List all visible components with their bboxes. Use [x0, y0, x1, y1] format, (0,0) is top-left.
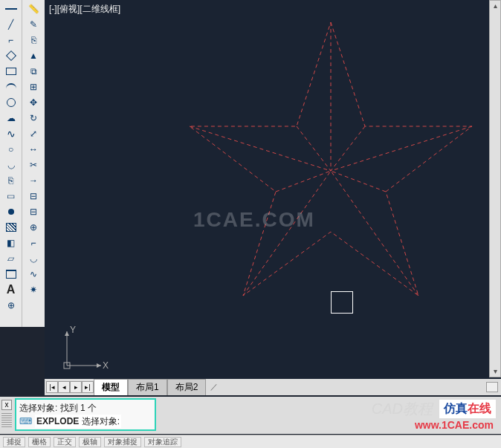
svg-line-7: [331, 171, 386, 192]
layout-tab-0[interactable]: 模型: [94, 379, 128, 395]
svg-text:Y: Y: [70, 325, 76, 335]
chamfer-tool[interactable]: ⌐: [25, 236, 42, 250]
status-bar: 捕捉栅格正交极轴对象捕捉对象追踪: [0, 435, 501, 448]
copy-tool[interactable]: ⎘: [25, 33, 42, 48]
svg-line-2: [331, 126, 472, 171]
offset-tool[interactable]: ⧉: [25, 64, 42, 79]
viewport-label[interactable]: [-][俯视][二维线框]: [49, 3, 120, 16]
status-toggle-1[interactable]: 栅格: [28, 437, 51, 447]
make-block-tool[interactable]: ▭: [2, 189, 20, 204]
svg-line-8: [297, 126, 331, 171]
vertical-scrollbar[interactable]: ▴ ▾: [489, 0, 501, 377]
svg-line-3: [331, 171, 418, 296]
mtext-tool[interactable]: A: [2, 282, 20, 297]
polygon-tool[interactable]: [2, 48, 20, 63]
command-grip-icon[interactable]: [1, 413, 12, 428]
rotate-tool[interactable]: ↻: [25, 111, 42, 126]
arc-tool[interactable]: [2, 79, 20, 94]
modify-toolbar: 📏✎⎘▲⧉⊞✥↻⤢↔✂→⊟⊟⊕⌐◡∿✷: [22, 0, 45, 327]
layout-tab-strip: |◂◂▸▸| 模型布局1布局2 ／: [45, 379, 501, 395]
status-toggle-2[interactable]: 正交: [54, 437, 76, 447]
fillet-tool[interactable]: ◡: [25, 251, 42, 266]
line-tool[interactable]: [2, 1, 20, 16]
scale-tool[interactable]: ⤢: [25, 126, 42, 141]
draw-toolbar: ╱⌐☁∿○◡⎘▭◧▱A⊕: [0, 0, 22, 327]
scroll-down-icon[interactable]: ▾: [494, 366, 497, 377]
extend-tool[interactable]: →: [25, 173, 42, 188]
scroll-up-icon[interactable]: ▴: [494, 1, 497, 11]
status-toggle-4[interactable]: 对象捕捉: [104, 437, 141, 447]
command-panel: x 选择对象: 找到 1 个 ⌨ EXPLODE 选择对象: CAD教程 仿真在…: [0, 397, 501, 434]
url-watermark: www.1CAE.com: [415, 419, 494, 431]
svg-line-4: [243, 171, 331, 296]
cad-watermark: CAD教程: [372, 399, 433, 419]
svg-line-5: [190, 126, 331, 171]
command-prompt-text: 选择对象:: [82, 416, 120, 426]
array-tool[interactable]: ⊞: [25, 79, 42, 94]
table-tool[interactable]: [2, 267, 20, 282]
trim-tool[interactable]: ✂: [25, 158, 42, 172]
tab-nav-0[interactable]: |◂: [46, 381, 58, 393]
stretch-tool[interactable]: ↔: [25, 142, 42, 157]
ucs-icon: X Y: [56, 324, 109, 376]
point-tool[interactable]: [2, 204, 20, 219]
svg-line-6: [331, 126, 365, 171]
ellipse-arc-tool[interactable]: ◡: [2, 158, 20, 172]
tab-right-nav[interactable]: [486, 382, 498, 392]
status-toggle-3[interactable]: 极轴: [79, 437, 101, 447]
sim-watermark-box: 仿真在线: [439, 399, 497, 419]
spline-tool[interactable]: ∿: [2, 126, 20, 141]
rectangle-tool[interactable]: [2, 64, 20, 79]
move-tool[interactable]: ✥: [25, 95, 42, 110]
pick-cursor: [331, 291, 353, 314]
command-history-line: 选择对象: 找到 1 个: [19, 401, 152, 415]
command-close-button[interactable]: x: [1, 400, 12, 410]
drawing-viewport[interactable]: [-][俯视][二维线框] 1CAE.COM X Y ▴ ▾: [45, 0, 501, 379]
gradient-tool[interactable]: ◧: [2, 236, 20, 250]
status-toggle-0[interactable]: 捕捉: [3, 437, 25, 447]
star-drawing: [167, 15, 494, 312]
insert-block-tool[interactable]: ⎘: [2, 173, 20, 188]
command-name: EXPLODE: [36, 416, 79, 426]
tab-nav-1[interactable]: ◂: [58, 381, 70, 393]
center-watermark: 1CAE.COM: [193, 208, 315, 232]
explode-tool[interactable]: ✷: [25, 282, 42, 297]
status-toggle-5[interactable]: 对象追踪: [144, 437, 181, 447]
measure-tool[interactable]: 📏: [25, 1, 42, 16]
left-toolbars: ╱⌐☁∿○◡⎘▭◧▱A⊕ 📏✎⎘▲⧉⊞✥↻⤢↔✂→⊟⊟⊕⌐◡∿✷: [0, 0, 45, 327]
svg-marker-13: [65, 331, 69, 336]
polyline-tool[interactable]: ⌐: [2, 33, 20, 48]
join-tool[interactable]: ⊕: [25, 220, 42, 235]
region-tool[interactable]: ▱: [2, 251, 20, 266]
circle-tool[interactable]: [2, 95, 20, 110]
command-highlight-box: 选择对象: 找到 1 个 ⌨ EXPLODE 选择对象:: [15, 398, 156, 431]
break-tool[interactable]: ⊟: [25, 204, 42, 219]
tab-nav-2[interactable]: ▸: [70, 381, 82, 393]
tab-nav-3[interactable]: ▸|: [82, 381, 94, 393]
break-at-point-tool[interactable]: ⊟: [25, 189, 42, 204]
addselected-tool[interactable]: ⊕: [2, 298, 20, 313]
layout-tab-1[interactable]: 布局1: [128, 379, 167, 395]
hatch-tool[interactable]: [2, 220, 20, 235]
command-prompt-line[interactable]: ⌨ EXPLODE 选择对象:: [19, 415, 152, 428]
watermark-area: CAD教程 仿真在线: [372, 399, 497, 419]
layout-tab-2[interactable]: 布局2: [167, 379, 207, 395]
command-prompt-icon: ⌨: [19, 415, 32, 428]
construction-line-tool[interactable]: ╱: [2, 17, 20, 32]
svg-line-9: [276, 171, 331, 192]
revcloud-tool[interactable]: ☁: [2, 111, 20, 126]
svg-text:X: X: [103, 360, 109, 371]
mirror-tool[interactable]: ▲: [25, 48, 42, 63]
blend-tool[interactable]: ∿: [25, 267, 42, 282]
erase-tool[interactable]: ✎: [25, 17, 42, 32]
svg-marker-12: [97, 363, 101, 368]
tab-trailing: ／: [206, 382, 222, 392]
ellipse-tool[interactable]: ○: [2, 142, 20, 157]
